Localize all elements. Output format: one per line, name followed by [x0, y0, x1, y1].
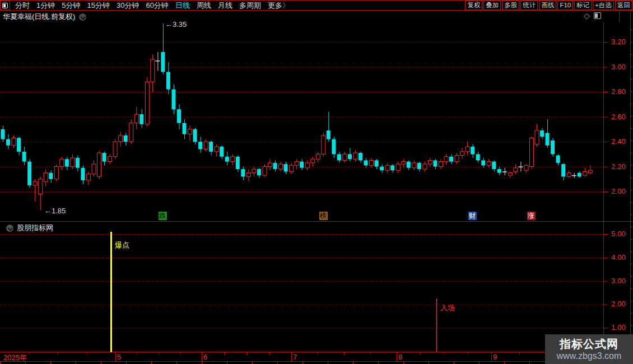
price-axis-label: 3.00	[607, 63, 630, 71]
signal-label: 爆点	[115, 240, 129, 250]
time-axis-label: 6	[203, 353, 207, 361]
time-axis-label: 5	[117, 353, 121, 361]
event-marker[interactable]: 财	[468, 212, 477, 220]
watermark: 指标公式网 www.zbgs3.com	[545, 334, 633, 364]
price-axis-label: 2.80	[607, 87, 630, 96]
indicator-axis-label: 5.00	[607, 230, 630, 238]
indicator-axis-label: 1.00	[607, 323, 630, 332]
indicator-title: 股朋指标网	[17, 223, 53, 233]
chart-overlays: 3.203.002.802.602.402.202.005.004.003.00…	[0, 0, 633, 364]
indicator-header: 股朋指标网	[2, 223, 53, 233]
time-axis-label: 8	[398, 353, 402, 361]
event-marker[interactable]: 跌	[159, 212, 167, 220]
price-annotation: ←1.85	[44, 207, 66, 215]
time-axis-label: 9	[493, 353, 497, 361]
price-axis-label: 2.40	[607, 137, 630, 146]
indicator-axis-label: 3.00	[607, 277, 630, 285]
indicator-axis-label: 4.00	[607, 253, 630, 262]
price-axis-label: 2.00	[607, 187, 630, 195]
indicator-axis-label: 2.00	[607, 300, 630, 308]
price-axis-label: 2.60	[607, 113, 630, 121]
price-annotation: ←3.35	[165, 20, 187, 29]
chevron-down-icon[interactable]	[6, 225, 13, 232]
watermark-url: www.zbgs3.com	[557, 351, 622, 361]
price-axis-label: 2.20	[607, 162, 630, 171]
time-axis-year-label: 2025年	[3, 353, 27, 363]
watermark-title: 指标公式网	[560, 338, 618, 351]
event-marker[interactable]: 涨	[527, 212, 536, 220]
price-axis-label: 3.20	[607, 38, 630, 46]
signal-label: 入场	[440, 303, 455, 313]
event-marker[interactable]: 榜	[319, 212, 328, 220]
time-axis-label: 7	[293, 353, 297, 361]
